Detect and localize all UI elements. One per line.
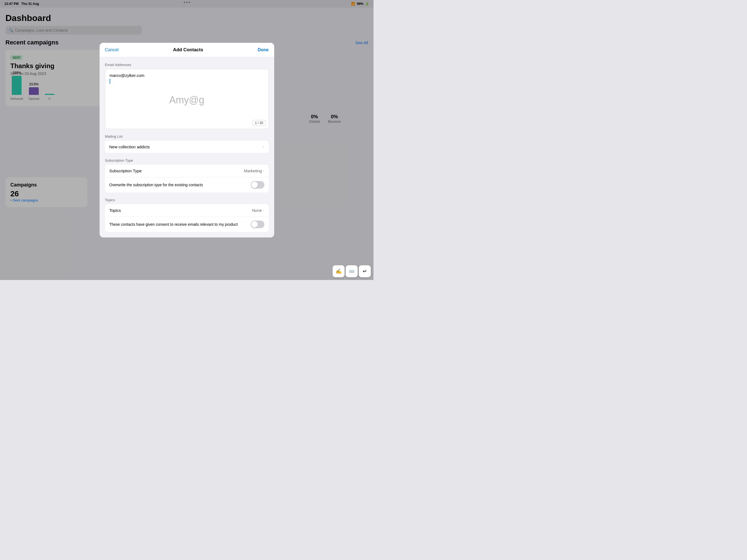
subscription-type-label: Subscription Type xyxy=(109,168,142,173)
mailing-list-value: New collection addicts xyxy=(109,144,150,149)
mailing-list-label: Mailing List xyxy=(105,134,269,138)
overwrite-toggle-row: Overwrite the subscription type for the … xyxy=(105,177,269,192)
consent-toggle-label: These contacts have given consent to rec… xyxy=(109,222,251,226)
modal-overlay: Cancel Add Contacts Done Email Addresses… xyxy=(0,0,374,280)
subscription-section: Subscription Type Subscription Type Mark… xyxy=(105,158,269,192)
page-counter: 1 / 20 xyxy=(252,120,265,126)
consent-toggle-knob xyxy=(251,221,258,228)
modal-title: Add Contacts xyxy=(173,47,203,53)
email-typed-text: marco@zylker.com xyxy=(110,73,145,78)
cancel-button[interactable]: Cancel xyxy=(105,48,119,52)
topics-form: Topics None › These contacts have given … xyxy=(105,204,269,232)
overwrite-toggle-label: Overwrite the subscription type for the … xyxy=(109,183,251,187)
email-typed: marco@zylker.com xyxy=(110,73,264,78)
modal-body: Email Addresses marco@zylker.com Amy@g 1… xyxy=(100,57,274,238)
handwriting-icon: ✍️ xyxy=(336,268,341,274)
bottom-toolbar: ✍️ ⌨️ ↵ xyxy=(333,265,371,277)
mailing-list-section: Mailing List New collection addicts › xyxy=(105,134,269,153)
subscription-section-label: Subscription Type xyxy=(105,158,269,162)
topics-chevron-icon: › xyxy=(263,208,264,212)
subscription-chevron-icon: › xyxy=(263,168,264,173)
topics-row[interactable]: Topics None › xyxy=(105,204,269,217)
topics-value: None › xyxy=(252,208,264,213)
subscription-type-value: Marketing › xyxy=(244,168,264,173)
text-cursor xyxy=(110,79,110,84)
return-icon: ↵ xyxy=(363,268,367,274)
handwriting-preview: Amy@g xyxy=(169,94,204,106)
handwriting-btn[interactable]: ✍️ xyxy=(333,265,344,277)
email-input-container[interactable]: marco@zylker.com Amy@g 1 / 20 xyxy=(105,69,269,129)
topics-label: Topics xyxy=(109,208,121,213)
add-contacts-modal: Cancel Add Contacts Done Email Addresses… xyxy=(100,43,274,238)
mailing-list-row[interactable]: New collection addicts › xyxy=(105,141,269,153)
mailing-list-form: New collection addicts › xyxy=(105,141,269,153)
consent-toggle[interactable] xyxy=(251,220,264,228)
keyboard-btn[interactable]: ⌨️ xyxy=(346,265,358,277)
overwrite-toggle-knob xyxy=(251,182,258,188)
email-section: Email Addresses marco@zylker.com Amy@g 1… xyxy=(105,63,269,129)
overwrite-toggle[interactable] xyxy=(251,181,264,189)
done-button[interactable]: Done xyxy=(258,48,269,52)
keyboard-icon: ⌨️ xyxy=(349,268,355,274)
topics-section-label: Topics xyxy=(105,198,269,202)
mailing-list-chevron-icon: › xyxy=(263,144,264,149)
subscription-form: Subscription Type Marketing › Overwrite … xyxy=(105,165,269,192)
email-section-label: Email Addresses xyxy=(105,63,269,67)
handwriting-area: Amy@g xyxy=(110,84,264,116)
modal-header: Cancel Add Contacts Done xyxy=(100,43,274,57)
topics-section: Topics Topics None › These contacts have… xyxy=(105,198,269,232)
consent-toggle-row: These contacts have given consent to rec… xyxy=(105,217,269,232)
return-btn[interactable]: ↵ xyxy=(359,265,371,277)
subscription-type-row[interactable]: Subscription Type Marketing › xyxy=(105,165,269,177)
